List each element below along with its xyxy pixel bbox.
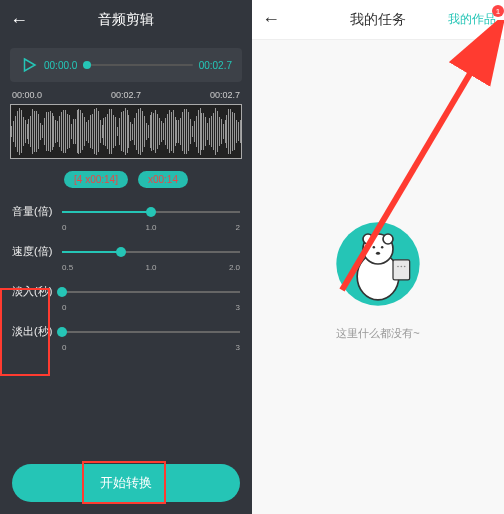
- total-time: 00:02.7: [199, 60, 232, 71]
- my-works-link[interactable]: 我的作品 1: [448, 11, 496, 28]
- speed-slider-row: 速度(倍): [0, 238, 252, 265]
- svg-point-11: [401, 265, 403, 267]
- convert-button[interactable]: 开始转换: [12, 464, 240, 502]
- svg-point-5: [383, 234, 393, 244]
- waveform[interactable]: [10, 104, 242, 159]
- fadein-slider[interactable]: [62, 291, 240, 293]
- speed-slider[interactable]: [62, 251, 240, 253]
- preset-b-button[interactable]: x00:14: [138, 171, 188, 188]
- time-start: 00:00.0: [12, 90, 42, 100]
- timeline-labels: 00:00.0 00:02.7 00:02.7: [0, 86, 252, 102]
- svg-point-4: [363, 234, 373, 244]
- svg-point-12: [404, 265, 406, 267]
- my-works-label: 我的作品: [448, 12, 496, 26]
- volume-label: 音量(倍): [12, 204, 54, 219]
- bear-illustration-icon: [328, 214, 428, 314]
- time-end: 00:02.7: [210, 90, 240, 100]
- empty-text: 这里什么都没有~: [336, 326, 419, 341]
- fadein-label: 淡入(秒): [12, 284, 54, 299]
- page-title: 我的任务: [350, 11, 406, 29]
- back-icon[interactable]: ←: [262, 9, 280, 30]
- header: ← 我的任务 我的作品 1: [252, 0, 504, 40]
- play-icon[interactable]: [20, 56, 38, 74]
- back-icon[interactable]: ←: [10, 10, 28, 31]
- svg-point-10: [397, 265, 399, 267]
- progress-bar[interactable]: [83, 64, 192, 66]
- volume-slider[interactable]: [62, 211, 240, 213]
- preset-a-button[interactable]: [4 x00:14]: [64, 171, 128, 188]
- audio-edit-screen: ← 音频剪辑 00:00.0 00:02.7 00:00.0 00:02.7 0…: [0, 0, 252, 514]
- current-time: 00:00.0: [44, 60, 77, 71]
- header: ← 音频剪辑: [0, 0, 252, 40]
- empty-state: 这里什么都没有~: [252, 40, 504, 514]
- preset-row: [4 x00:14] x00:14: [0, 171, 252, 188]
- badge: 1: [492, 5, 504, 17]
- audio-player: 00:00.0 00:02.7: [10, 48, 242, 82]
- svg-point-8: [376, 251, 380, 254]
- volume-slider-row: 音量(倍): [0, 198, 252, 225]
- fadein-slider-row: 淡入(秒): [0, 278, 252, 305]
- fadeout-slider[interactable]: [62, 331, 240, 333]
- fadeout-label: 淡出(秒): [12, 324, 54, 339]
- svg-rect-9: [393, 259, 410, 279]
- fadeout-slider-row: 淡出(秒): [0, 318, 252, 345]
- svg-point-6: [373, 246, 376, 249]
- time-mid: 00:02.7: [111, 90, 141, 100]
- page-title: 音频剪辑: [98, 11, 154, 29]
- svg-point-7: [381, 246, 384, 249]
- my-tasks-screen: ← 我的任务 我的作品 1 这里什么都没有~: [252, 0, 504, 514]
- speed-label: 速度(倍): [12, 244, 54, 259]
